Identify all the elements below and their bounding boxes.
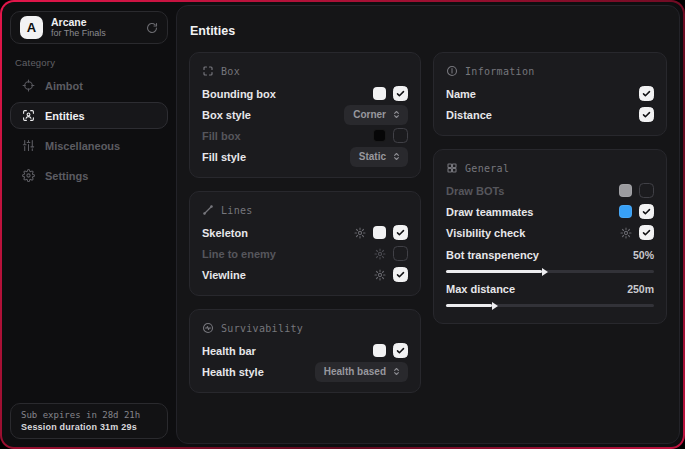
app-window: A Arcane for The Finals Category Aimbot [2,2,683,447]
row-label: Max distance [446,283,515,295]
corner-brackets-icon [202,65,214,77]
sliders-icon [22,139,35,152]
gear-icon[interactable] [374,248,386,260]
app-logo: A [20,16,43,39]
row-label: Name [446,88,476,100]
row-name: Name [446,83,654,104]
page-title: Entities [190,24,667,38]
sidebar-item-label: Miscellaneous [45,140,120,152]
box-style-dropdown[interactable]: Corner [344,105,408,125]
row-bounding-box: Bounding box [202,83,408,104]
sub-expiry-text: Sub expires in 28d 21h [21,410,157,420]
sidebar-item-entities[interactable]: Entities [10,102,168,129]
logo-card: A Arcane for The Finals [10,11,168,44]
checkbox[interactable] [393,225,408,240]
sidebar-nav: Aimbot Entities Miscella [10,72,168,189]
row-distance: Distance [446,104,654,125]
section-title: Information [465,66,535,77]
checkbox[interactable] [393,267,408,282]
checkbox[interactable] [639,225,654,240]
sidebar-item-label: Entities [45,110,85,122]
row-health-style: Health style Health based [202,361,408,382]
row-draw-teammates: Draw teammates [446,201,654,222]
row-visibility-check: Visibility check [446,222,654,243]
dropdown-value: Corner [353,109,386,120]
checkbox[interactable] [393,86,408,101]
sidebar-item-settings[interactable]: Settings [10,162,168,189]
checkbox[interactable] [639,183,654,198]
row-label: Skeleton [202,227,248,239]
fill-style-dropdown[interactable]: Static [350,147,408,167]
color-swatch[interactable] [373,87,386,100]
row-label: Health bar [202,345,256,357]
color-swatch[interactable] [373,129,386,142]
bot-transparency-slider[interactable] [446,270,654,273]
color-swatch[interactable] [619,184,632,197]
gear-icon[interactable] [354,227,366,239]
sidebar: A Arcane for The Finals Category Aimbot [2,2,176,447]
row-label: Bounding box [202,88,276,100]
gear-icon [22,169,35,182]
row-line-to-enemy: Line to enemy [202,243,408,264]
diagonal-line-icon [202,204,214,216]
row-bot-transparency: Bot transpenency 50% [446,245,654,265]
section-title: Box [221,66,240,77]
max-distance-slider[interactable] [446,304,654,307]
category-label: Category [15,57,55,68]
dropdown-value: Health based [324,366,386,377]
color-swatch[interactable] [373,344,386,357]
row-label: Fill box [202,130,241,142]
gear-icon[interactable] [374,269,386,281]
row-label: Line to enemy [202,248,276,260]
survivability-card: Survivability Health bar Health style [189,309,421,393]
checkbox[interactable] [639,107,654,122]
slider-value: 250m [627,283,654,295]
lines-card: Lines Skeleton [189,191,421,296]
chevrons-up-down-icon [392,152,401,161]
app-title: Arcane [51,16,138,28]
checkbox[interactable] [393,343,408,358]
main-panel: Entities Box Bounding box [176,5,680,444]
row-skeleton: Skeleton [202,222,408,243]
chevrons-up-down-icon [392,110,401,119]
dropdown-value: Static [359,151,386,162]
row-label: Draw teammates [446,206,533,218]
row-label: Health style [202,366,264,378]
sync-icon[interactable] [146,22,158,34]
row-label: Viewline [202,269,246,281]
checkbox[interactable] [393,128,408,143]
row-label: Visibility check [446,227,525,239]
section-title: Lines [221,205,253,216]
row-label: Distance [446,109,492,121]
general-card: General Draw BOTs Draw teammates [433,149,667,324]
color-swatch[interactable] [619,205,632,218]
checkbox[interactable] [639,204,654,219]
crosshair-icon [22,79,35,92]
row-label: Fill style [202,151,246,163]
gear-icon[interactable] [620,227,632,239]
row-viewline: Viewline [202,264,408,285]
color-swatch[interactable] [373,226,386,239]
sidebar-item-miscellaneous[interactable]: Miscellaneous [10,132,168,159]
sidebar-item-aimbot[interactable]: Aimbot [10,72,168,99]
row-box-style: Box style Corner [202,104,408,125]
row-fill-style: Fill style Static [202,146,408,167]
sidebar-item-label: Aimbot [45,80,83,92]
row-fill-box: Fill box [202,125,408,146]
slider-fill [446,304,492,307]
checkbox[interactable] [639,86,654,101]
app-window-frame: A Arcane for The Finals Category Aimbot [0,0,685,449]
row-label: Draw BOTs [446,185,504,197]
slider-value: 50% [633,249,654,261]
sidebar-item-label: Settings [45,170,88,182]
scan-person-icon [22,109,35,122]
session-duration-text: Session duration 31m 29s [21,422,157,432]
section-title: Survivability [221,323,303,334]
checkbox[interactable] [393,246,408,261]
subscription-card: Sub expires in 28d 21h Session duration … [10,403,168,439]
row-max-distance: Max distance 250m [446,279,654,299]
pulse-circle-icon [202,322,214,334]
grid-icon [446,162,458,174]
health-style-dropdown[interactable]: Health based [315,362,408,382]
information-card: Information Name Distance [433,52,667,136]
